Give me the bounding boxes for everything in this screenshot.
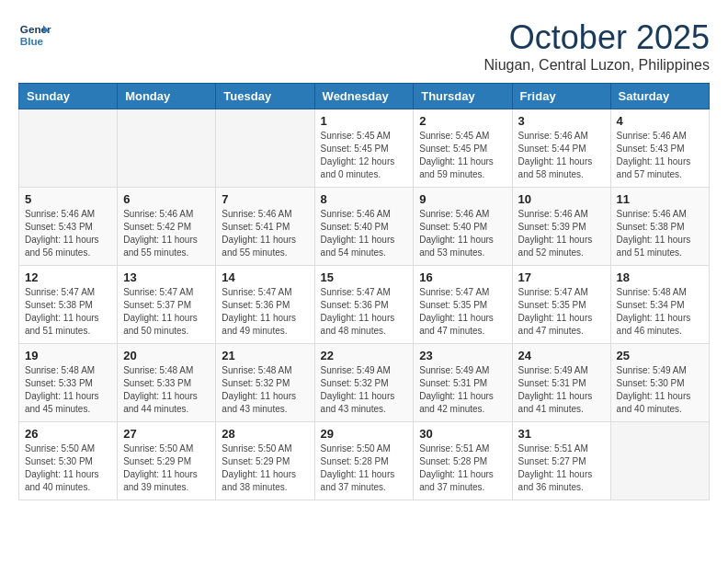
week-row: 26Sunrise: 5:50 AM Sunset: 5:30 PM Dayli… [19,422,710,500]
day-info: Sunrise: 5:50 AM Sunset: 5:29 PM Dayligh… [123,442,210,494]
day-number: 14 [222,270,308,284]
calendar-cell: 9Sunrise: 5:46 AM Sunset: 5:40 PM Daylig… [414,188,512,266]
day-info: Sunrise: 5:51 AM Sunset: 5:27 PM Dayligh… [518,442,605,494]
day-info: Sunrise: 5:49 AM Sunset: 5:31 PM Dayligh… [518,364,605,416]
calendar-cell: 14Sunrise: 5:47 AM Sunset: 5:36 PM Dayli… [216,266,314,344]
calendar-cell [19,109,118,188]
day-number: 12 [25,270,111,284]
calendar-cell: 18Sunrise: 5:48 AM Sunset: 5:34 PM Dayli… [610,266,709,344]
day-info: Sunrise: 5:50 AM Sunset: 5:29 PM Dayligh… [222,442,308,494]
day-info: Sunrise: 5:47 AM Sunset: 5:35 PM Dayligh… [518,286,605,338]
day-number: 25 [617,349,703,362]
day-number: 27 [123,427,210,441]
calendar-cell: 16Sunrise: 5:47 AM Sunset: 5:35 PM Dayli… [414,266,512,344]
day-number: 22 [321,349,408,362]
day-number: 3 [518,114,605,128]
day-number: 29 [321,427,408,441]
day-info: Sunrise: 5:46 AM Sunset: 5:44 PM Dayligh… [518,130,605,181]
day-info: Sunrise: 5:48 AM Sunset: 5:33 PM Dayligh… [123,364,210,416]
location-title: Niugan, Central Luzon, Philippines [484,57,710,74]
calendar-cell: 17Sunrise: 5:47 AM Sunset: 5:35 PM Dayli… [512,266,610,344]
weekday-header: Saturday [610,84,709,109]
day-number: 26 [25,427,111,441]
day-number: 19 [25,349,111,362]
day-number: 1 [321,114,408,128]
day-info: Sunrise: 5:48 AM Sunset: 5:32 PM Dayligh… [222,364,308,416]
calendar-cell: 1Sunrise: 5:45 AM Sunset: 5:45 PM Daylig… [314,109,414,188]
calendar-cell: 28Sunrise: 5:50 AM Sunset: 5:29 PM Dayli… [216,422,314,500]
day-info: Sunrise: 5:47 AM Sunset: 5:38 PM Dayligh… [25,286,111,338]
calendar-cell: 12Sunrise: 5:47 AM Sunset: 5:38 PM Dayli… [19,266,118,344]
calendar-cell: 29Sunrise: 5:50 AM Sunset: 5:28 PM Dayli… [314,422,414,500]
month-title: October 2025 [484,18,710,57]
calendar-cell: 22Sunrise: 5:49 AM Sunset: 5:32 PM Dayli… [314,344,414,422]
calendar-cell: 3Sunrise: 5:46 AM Sunset: 5:44 PM Daylig… [512,109,610,188]
day-number: 2 [419,114,506,128]
calendar-cell: 27Sunrise: 5:50 AM Sunset: 5:29 PM Dayli… [118,422,216,500]
week-row: 19Sunrise: 5:48 AM Sunset: 5:33 PM Dayli… [19,344,710,422]
logo-icon: General Blue [18,18,51,52]
calendar-cell: 24Sunrise: 5:49 AM Sunset: 5:31 PM Dayli… [512,344,610,422]
day-info: Sunrise: 5:46 AM Sunset: 5:38 PM Dayligh… [617,208,703,259]
day-info: Sunrise: 5:47 AM Sunset: 5:35 PM Dayligh… [419,286,506,338]
weekday-header: Friday [512,84,610,109]
day-info: Sunrise: 5:50 AM Sunset: 5:30 PM Dayligh… [25,442,111,494]
weekday-header: Sunday [19,84,118,109]
day-info: Sunrise: 5:49 AM Sunset: 5:30 PM Dayligh… [617,364,703,416]
day-number: 28 [222,427,308,441]
day-number: 5 [25,192,111,206]
day-number: 6 [123,192,210,206]
day-info: Sunrise: 5:46 AM Sunset: 5:43 PM Dayligh… [617,130,703,181]
day-number: 21 [222,349,308,362]
day-info: Sunrise: 5:49 AM Sunset: 5:31 PM Dayligh… [419,364,506,416]
week-row: 12Sunrise: 5:47 AM Sunset: 5:38 PM Dayli… [19,266,710,344]
day-number: 24 [518,349,605,362]
day-info: Sunrise: 5:51 AM Sunset: 5:28 PM Dayligh… [419,442,506,494]
day-info: Sunrise: 5:46 AM Sunset: 5:39 PM Dayligh… [518,208,605,259]
day-number: 8 [321,192,408,206]
calendar: SundayMondayTuesdayWednesdayThursdayFrid… [18,83,710,500]
day-number: 18 [617,270,703,284]
calendar-cell: 26Sunrise: 5:50 AM Sunset: 5:30 PM Dayli… [19,422,118,500]
week-row: 5Sunrise: 5:46 AM Sunset: 5:43 PM Daylig… [19,188,710,266]
day-number: 20 [123,349,210,362]
calendar-cell [216,109,314,188]
day-number: 9 [419,192,506,206]
calendar-cell: 10Sunrise: 5:46 AM Sunset: 5:39 PM Dayli… [512,188,610,266]
weekday-header: Thursday [414,84,512,109]
header: General Blue October 2025 Niugan, Centra… [18,18,710,74]
day-number: 10 [518,192,605,206]
calendar-cell: 30Sunrise: 5:51 AM Sunset: 5:28 PM Dayli… [414,422,512,500]
day-info: Sunrise: 5:46 AM Sunset: 5:41 PM Dayligh… [222,208,308,259]
day-number: 4 [617,114,703,128]
calendar-cell: 2Sunrise: 5:45 AM Sunset: 5:45 PM Daylig… [414,109,512,188]
calendar-cell: 20Sunrise: 5:48 AM Sunset: 5:33 PM Dayli… [118,344,216,422]
calendar-cell [118,109,216,188]
day-info: Sunrise: 5:47 AM Sunset: 5:36 PM Dayligh… [222,286,308,338]
day-info: Sunrise: 5:46 AM Sunset: 5:40 PM Dayligh… [321,208,408,259]
day-info: Sunrise: 5:50 AM Sunset: 5:28 PM Dayligh… [321,442,408,494]
calendar-cell: 8Sunrise: 5:46 AM Sunset: 5:40 PM Daylig… [314,188,414,266]
day-number: 30 [419,427,506,441]
day-number: 31 [518,427,605,441]
calendar-cell: 7Sunrise: 5:46 AM Sunset: 5:41 PM Daylig… [216,188,314,266]
logo: General Blue [18,18,51,52]
calendar-cell: 31Sunrise: 5:51 AM Sunset: 5:27 PM Dayli… [512,422,610,500]
day-number: 16 [419,270,506,284]
day-info: Sunrise: 5:47 AM Sunset: 5:37 PM Dayligh… [123,286,210,338]
calendar-cell: 21Sunrise: 5:48 AM Sunset: 5:32 PM Dayli… [216,344,314,422]
day-info: Sunrise: 5:46 AM Sunset: 5:43 PM Dayligh… [25,208,111,259]
weekday-header: Tuesday [216,84,314,109]
calendar-cell: 4Sunrise: 5:46 AM Sunset: 5:43 PM Daylig… [610,109,709,188]
calendar-cell: 5Sunrise: 5:46 AM Sunset: 5:43 PM Daylig… [19,188,118,266]
day-number: 17 [518,270,605,284]
calendar-cell: 23Sunrise: 5:49 AM Sunset: 5:31 PM Dayli… [414,344,512,422]
day-number: 13 [123,270,210,284]
day-number: 15 [321,270,408,284]
day-info: Sunrise: 5:49 AM Sunset: 5:32 PM Dayligh… [321,364,408,416]
day-info: Sunrise: 5:46 AM Sunset: 5:42 PM Dayligh… [123,208,210,259]
day-info: Sunrise: 5:48 AM Sunset: 5:33 PM Dayligh… [25,364,111,416]
svg-text:Blue: Blue [20,35,44,47]
calendar-cell: 19Sunrise: 5:48 AM Sunset: 5:33 PM Dayli… [19,344,118,422]
calendar-cell [610,422,709,500]
